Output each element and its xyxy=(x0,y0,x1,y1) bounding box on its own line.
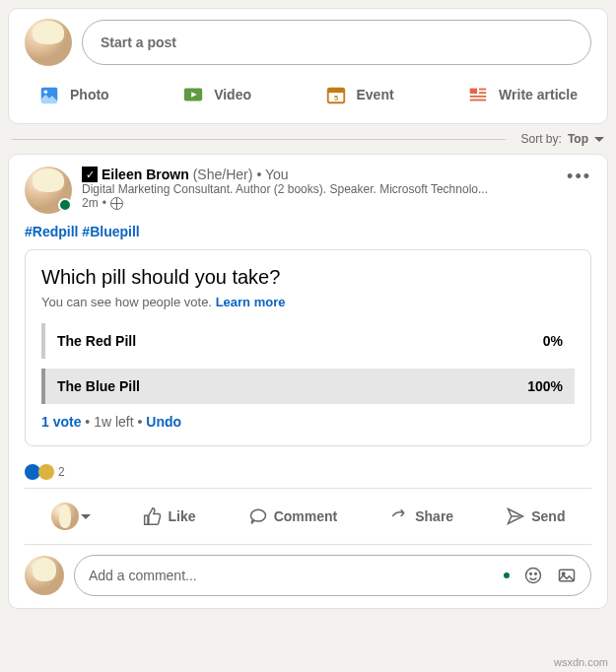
presence-indicator xyxy=(58,198,72,212)
author-headline: Digital Marketing Consultant. Author (2 … xyxy=(82,182,496,196)
svg-point-13 xyxy=(530,573,532,575)
svg-rect-10 xyxy=(470,100,487,101)
author-name[interactable]: Eileen Brown xyxy=(102,167,189,182)
chevron-down-icon xyxy=(81,514,91,519)
avatar[interactable] xyxy=(25,19,72,66)
image-icon[interactable] xyxy=(557,566,577,585)
hashtag[interactable]: #Redpill xyxy=(25,224,78,239)
svg-rect-4 xyxy=(327,89,344,94)
article-icon xyxy=(467,84,489,105)
reactions-row[interactable]: 2 xyxy=(25,456,591,489)
more-button[interactable]: ••• xyxy=(567,167,591,187)
like-icon xyxy=(143,506,163,526)
photo-button[interactable]: Photo xyxy=(31,74,117,115)
curious-reaction-icon xyxy=(38,464,54,480)
presence-dot xyxy=(504,572,510,578)
sort-value[interactable]: Top xyxy=(568,132,588,146)
event-label: Event xyxy=(357,87,394,102)
comment-label: Comment xyxy=(274,508,338,524)
poll-option-label: The Red Pill xyxy=(57,333,136,349)
sort-label: Sort by: xyxy=(521,132,562,146)
start-post-input[interactable]: Start a post xyxy=(82,20,591,65)
author-pronoun: (She/Her) xyxy=(193,167,253,182)
globe-icon xyxy=(110,197,123,210)
post-avatar-wrap[interactable] xyxy=(25,167,72,214)
poll-option[interactable]: The Red Pill 0% xyxy=(41,323,575,359)
react-as-selector[interactable] xyxy=(43,493,99,540)
author-you: • You xyxy=(256,167,288,182)
send-button[interactable]: Send xyxy=(498,493,573,540)
video-icon xyxy=(182,84,204,105)
share-button[interactable]: Share xyxy=(381,493,461,540)
poll-option[interactable]: The Blue Pill 100% xyxy=(41,369,575,404)
chevron-down-icon[interactable] xyxy=(594,137,604,142)
avatar[interactable] xyxy=(25,556,64,595)
comment-input[interactable]: Add a comment... xyxy=(74,555,591,596)
comment-button[interactable]: Comment xyxy=(240,493,346,540)
post-time: 2m xyxy=(82,196,99,210)
svg-rect-8 xyxy=(479,92,486,94)
learn-more-link[interactable]: Learn more xyxy=(216,295,286,309)
poll-option-pct: 100% xyxy=(527,378,563,394)
article-label: Write article xyxy=(499,87,578,102)
article-button[interactable]: Write article xyxy=(459,74,585,115)
share-label: Share xyxy=(415,508,453,524)
poll-option-label: The Blue Pill xyxy=(57,378,140,394)
video-button[interactable]: Video xyxy=(174,74,259,115)
poll-question: Which pill should you take? xyxy=(41,266,575,289)
post-card: ✓ Eileen Brown (She/Her) • You Digital M… xyxy=(8,154,608,609)
send-label: Send xyxy=(531,508,565,524)
like-label: Like xyxy=(169,508,196,524)
video-label: Video xyxy=(214,87,251,102)
comment-placeholder: Add a comment... xyxy=(89,568,197,583)
send-icon xyxy=(506,506,525,526)
start-post-card: Start a post Photo Video 5 Event Write a… xyxy=(8,8,608,124)
svg-rect-9 xyxy=(470,96,487,98)
verified-icon: ✓ xyxy=(82,167,98,182)
poll-subtext: You can see how people vote. xyxy=(41,295,212,309)
svg-point-14 xyxy=(535,573,537,575)
reaction-count: 2 xyxy=(58,465,65,479)
poll: Which pill should you take? You can see … xyxy=(25,249,591,446)
hashtag[interactable]: #Bluepill xyxy=(82,224,139,239)
svg-rect-7 xyxy=(479,89,486,91)
event-button[interactable]: 5 Event xyxy=(317,74,402,115)
poll-option-pct: 0% xyxy=(543,333,563,349)
undo-link[interactable]: Undo xyxy=(146,414,181,430)
event-icon: 5 xyxy=(325,84,347,105)
svg-point-11 xyxy=(250,509,265,521)
time-left: 1w left xyxy=(94,414,133,430)
vote-count[interactable]: 1 vote xyxy=(41,414,81,430)
photo-label: Photo xyxy=(70,87,109,102)
svg-point-1 xyxy=(44,90,48,94)
comment-icon xyxy=(248,506,268,526)
like-button[interactable]: Like xyxy=(135,493,204,540)
photo-icon xyxy=(38,84,60,105)
avatar xyxy=(51,503,79,530)
svg-rect-6 xyxy=(470,89,477,95)
share-icon xyxy=(389,506,409,526)
sort-bar: Sort by: Top xyxy=(12,132,604,146)
emoji-icon[interactable] xyxy=(523,566,543,585)
svg-point-12 xyxy=(526,569,541,583)
svg-text:5: 5 xyxy=(333,94,337,102)
